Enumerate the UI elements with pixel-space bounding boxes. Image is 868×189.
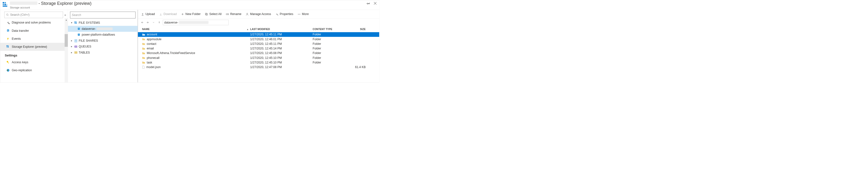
svg-point-40 (299, 14, 299, 14)
row-name: phonecall (147, 56, 159, 60)
sidebar-item-events[interactable]: Events (0, 35, 68, 43)
sidebar-item-access-keys[interactable]: Access keys (0, 58, 68, 66)
svg-rect-17 (74, 23, 75, 24)
row-name: model.json (146, 65, 160, 69)
sidebar-item-diagnose-and-solve-problems[interactable]: Diagnose and solve problems (0, 19, 68, 27)
sidebar-scrollbar-track[interactable] (65, 18, 68, 83)
rename-button[interactable]: Rename (226, 12, 242, 16)
properties-button[interactable]: Properties (275, 12, 293, 16)
folder-icon (142, 52, 145, 55)
svg-rect-36 (206, 13, 208, 15)
sidebar-item-label: Diagnose and solve problems (12, 21, 51, 25)
toolbar: Upload Download New Folder Select All Re… (138, 10, 379, 19)
sidebar-scrollbar-thumb[interactable] (65, 34, 68, 47)
more-button[interactable]: More (298, 12, 309, 16)
sort-ascending-icon: ▴ (247, 28, 248, 30)
close-icon[interactable] (373, 1, 377, 5)
storage-tree-panel: Search ▾FILE SYSTEMSdataverse-power-plat… (68, 10, 138, 83)
tree-group-queues[interactable]: ▸QUEUES (68, 43, 138, 50)
collapse-sidebar-button[interactable]: « (64, 13, 66, 17)
tree-item-power-platform-dataflows[interactable]: power-platform-dataflows (68, 32, 138, 37)
nav-back-button[interactable] (140, 20, 144, 25)
tree-item-redacted (97, 27, 113, 30)
svg-rect-28 (76, 46, 76, 47)
svg-rect-16 (76, 22, 76, 23)
pin-icon[interactable] (367, 1, 370, 5)
svg-rect-1 (5, 2, 6, 3)
table-row[interactable]: phonecall1/27/2020, 12:45:10 PMFolder (138, 56, 379, 60)
sidebar-item-label: Storage Explorer (preview) (12, 45, 47, 49)
title-suffix: - Storage Explorer (preview) (38, 1, 92, 6)
new-folder-button[interactable]: New Folder (181, 12, 201, 16)
breadcrumb-prefix: dataverse- (164, 21, 178, 24)
table-row[interactable]: model.json1/27/2020, 12:47:08 PM61.4 KB (138, 65, 379, 69)
table-row[interactable]: appmodule1/27/2020, 12:46:01 PMFolder (138, 37, 379, 41)
row-type: Folder (313, 42, 352, 45)
sidebar-scroll-up[interactable]: ▴ (65, 18, 68, 21)
upload-button[interactable]: Upload (141, 12, 155, 16)
sidebar-item-geo-replication[interactable]: Geo-replication (0, 66, 68, 74)
tree-group-tables[interactable]: ▸TABLES (68, 50, 138, 56)
row-type: Folder (313, 47, 352, 50)
svg-point-22 (78, 33, 80, 34)
svg-rect-27 (75, 46, 75, 47)
folder-icon (142, 33, 145, 36)
svg-rect-29 (76, 46, 77, 47)
manage-access-button[interactable]: Manage Access (246, 12, 271, 16)
svg-point-20 (78, 27, 80, 28)
file-icon (142, 66, 145, 69)
sidebar-item-data-transfer[interactable]: Data transfer (0, 27, 68, 35)
table-row[interactable]: account1/27/2020, 12:45:11 PMFolder (138, 32, 379, 37)
sidebar-search-input[interactable]: Search (Ctrl+/) (4, 12, 63, 18)
row-type: Folder (313, 61, 352, 64)
account-name-redacted (10, 1, 38, 5)
select-all-icon (205, 12, 208, 16)
nav-up-button[interactable] (157, 20, 161, 25)
nav-history-button[interactable] (151, 20, 155, 25)
select-all-button[interactable]: Select All (205, 12, 222, 16)
breadcrumb-nav: dataverse- (138, 19, 379, 26)
page-subtitle: Storage account (10, 6, 92, 9)
svg-rect-5 (3, 6, 7, 7)
svg-rect-35 (205, 13, 207, 15)
row-modified: 1/27/2020, 12:45:11 PM (250, 42, 313, 45)
tree-search-input[interactable]: Search (70, 12, 135, 19)
table-row[interactable]: task1/27/2020, 12:45:10 PMFolder (138, 60, 379, 65)
column-header-size[interactable]: Size (352, 28, 367, 31)
table-row[interactable]: email1/27/2020, 12:45:14 PMFolder (138, 46, 379, 51)
upload-icon (141, 12, 144, 16)
row-type: Folder (313, 51, 352, 55)
sidebar-item-label: Events (12, 37, 21, 40)
svg-rect-0 (3, 2, 4, 3)
tree-search-placeholder: Search (72, 13, 81, 17)
svg-rect-13 (7, 62, 9, 63)
table-row[interactable]: Microsoft.Athena.TrickleFeedService1/27/… (138, 51, 379, 56)
tree-group-file-shares[interactable]: ▸FILE SHARES (68, 38, 138, 43)
row-modified: 1/27/2020, 12:45:11 PM (250, 33, 313, 36)
svg-point-39 (298, 14, 299, 14)
wrench-icon (275, 12, 278, 16)
tree-group-label: FILE SYSTEMS (79, 21, 100, 25)
column-header-modified[interactable]: Last Modified (250, 28, 313, 31)
nav-forward-button[interactable] (146, 20, 150, 25)
download-button[interactable]: Download (159, 12, 177, 16)
breadcrumb-path-input[interactable]: dataverse- (163, 20, 229, 25)
row-modified: 1/27/2020, 12:45:14 PM (250, 47, 313, 50)
svg-point-41 (300, 14, 300, 14)
table-row[interactable]: contact1/27/2020, 12:45:11 PMFolder (138, 41, 379, 46)
main-panel: Upload Download New Folder Select All Re… (138, 10, 379, 83)
column-header-name[interactable]: Name ▴ (138, 28, 250, 31)
column-header-type[interactable]: Content Type (313, 28, 352, 31)
tree-group-file-systems[interactable]: ▾FILE SYSTEMS (68, 20, 138, 26)
tree-item-label: power-platform-dataflows (82, 33, 115, 36)
svg-rect-30 (74, 51, 77, 54)
folder-icon (142, 47, 145, 50)
sidebar-item-storage-explorer-preview-[interactable]: Storage Explorer (preview) (0, 43, 68, 51)
rename-icon (226, 12, 229, 16)
row-type: Folder (313, 33, 352, 36)
sidebar-item-label: Geo-replication (12, 69, 32, 72)
row-size: 61.4 KB (352, 65, 367, 69)
tree-item-dataverse-[interactable]: dataverse- (68, 26, 138, 32)
row-type: Folder (313, 56, 352, 60)
expander-icon: ▾ (70, 22, 73, 24)
